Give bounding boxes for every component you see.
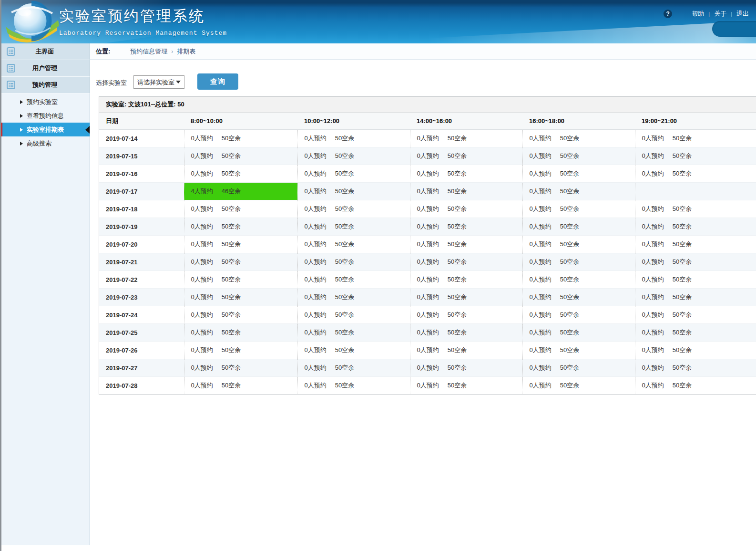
slot-cell[interactable]: 0人预约50空余 — [410, 183, 522, 200]
slot-cell[interactable]: 0人预约50空余 — [635, 147, 756, 165]
sidebar-subitem-advanced-search[interactable]: 高级搜索 — [0, 136, 90, 150]
slot-cell[interactable]: 0人预约50空余 — [522, 377, 635, 395]
slot-cell-highlighted[interactable]: 4人预约46空余 — [184, 183, 297, 200]
slot-cell[interactable]: 0人预约50空余 — [184, 236, 297, 253]
slot-cell[interactable]: 0人预约50空余 — [522, 236, 635, 253]
slot-cell[interactable]: 0人预约50空余 — [522, 165, 635, 183]
reserved-count: 0人预约 — [642, 311, 664, 318]
slot-cell[interactable]: 0人预约50空余 — [635, 130, 756, 147]
slot-cell[interactable]: 0人预约50空余 — [635, 289, 756, 306]
slot-cell[interactable]: 0人预约50空余 — [184, 324, 297, 342]
header-search-pill[interactable] — [712, 21, 756, 37]
slot-cell[interactable]: 0人预约50空余 — [184, 218, 297, 236]
slot-cell[interactable]: 0人预约50空余 — [635, 306, 756, 324]
free-count: 50空余 — [222, 293, 241, 301]
query-button[interactable]: 查询 — [197, 73, 238, 90]
slot-cell[interactable]: 0人预约50空余 — [410, 130, 522, 147]
reserved-count: 0人预约 — [417, 258, 439, 265]
slot-cell[interactable]: 0人预约50空余 — [635, 200, 756, 218]
slot-cell[interactable]: 0人预约50空余 — [297, 324, 410, 342]
slot-cell[interactable]: 0人预约50空余 — [410, 147, 522, 165]
slot-cell[interactable]: 0人预约50空余 — [184, 253, 297, 271]
help-question-icon[interactable]: ? — [664, 10, 672, 18]
slot-cell[interactable]: 0人预约50空余 — [410, 324, 522, 342]
slot-cell[interactable]: 0人预约50空余 — [297, 342, 410, 359]
sidebar-item-users[interactable]: 用户管理 — [0, 60, 90, 77]
sidebar-subitem-view-reservations[interactable]: 查看预约信息 — [0, 109, 90, 123]
slot-cell[interactable]: 0人预约50空余 — [184, 147, 297, 165]
free-count: 50空余 — [673, 258, 692, 265]
slot-cell[interactable]: 0人预约50空余 — [297, 218, 410, 236]
slot-cell[interactable]: 0人预约50空余 — [410, 289, 522, 306]
slot-cell[interactable]: 0人预约50空余 — [297, 271, 410, 289]
slot-cell[interactable]: 0人预约50空余 — [522, 218, 635, 236]
slot-cell[interactable]: 0人预约50空余 — [522, 306, 635, 324]
slot-cell[interactable]: 0人预约50空余 — [410, 377, 522, 395]
slot-cell[interactable]: 0人预约50空余 — [635, 324, 756, 342]
free-count: 46空余 — [222, 187, 241, 195]
slot-cell[interactable]: 0人预约50空余 — [410, 218, 522, 236]
slot-cell[interactable]: 0人预约50空余 — [184, 306, 297, 324]
slot-cell[interactable]: 0人预约50空余 — [184, 377, 297, 395]
slot-cell[interactable]: 0人预约50空余 — [297, 200, 410, 218]
slot-cell[interactable]: 0人预约50空余 — [522, 183, 635, 200]
slot-cell[interactable]: 0人预约50空余 — [522, 147, 635, 165]
slot-cell[interactable]: 0人预约50空余 — [410, 236, 522, 253]
slot-cell[interactable]: 0人预约50空余 — [635, 236, 756, 253]
logout-link[interactable]: 退出 — [732, 10, 753, 18]
reserved-count: 0人预约 — [191, 329, 213, 336]
breadcrumb-current[interactable]: 排期表 — [177, 47, 195, 56]
slot-cell[interactable]: 0人预约50空余 — [635, 377, 756, 395]
slot-cell[interactable]: 0人预约50空余 — [184, 359, 297, 377]
slot-cell[interactable]: 0人预约50空余 — [184, 342, 297, 359]
slot-cell[interactable]: 0人预约50空余 — [297, 147, 410, 165]
slot-cell[interactable]: 0人预约50空余 — [297, 183, 410, 200]
slot-cell[interactable]: 0人预约50空余 — [297, 253, 410, 271]
slot-cell[interactable]: 0人预约50空余 — [410, 306, 522, 324]
slot-cell[interactable]: 0人预约50空余 — [297, 359, 410, 377]
slot-cell[interactable]: 0人预约50空余 — [635, 271, 756, 289]
slot-cell[interactable]: 0人预约50空余 — [522, 271, 635, 289]
help-link[interactable]: 帮助 — [687, 10, 708, 18]
slot-cell[interactable]: 0人预约50空余 — [297, 130, 410, 147]
sidebar-subitem-reserve-lab[interactable]: 预约实验室 — [0, 95, 90, 109]
free-count: 50空余 — [448, 205, 467, 212]
sidebar-item-reservation[interactable]: 预约管理 — [0, 77, 90, 94]
slot-cell[interactable]: 0人预约50空余 — [522, 289, 635, 306]
slot-cell[interactable]: 0人预约50空余 — [522, 253, 635, 271]
slot-cell[interactable]: 0人预约50空余 — [297, 289, 410, 306]
slot-cell[interactable]: 0人预约50空余 — [184, 200, 297, 218]
about-link[interactable]: 关于 — [710, 10, 731, 18]
slot-cell[interactable]: 0人预约50空余 — [184, 130, 297, 147]
slot-cell[interactable]: 0人预约50空余 — [635, 359, 756, 377]
slot-cell[interactable]: 0人预约50空余 — [410, 359, 522, 377]
slot-cell[interactable]: 0人预约50空余 — [522, 130, 635, 147]
slot-cell[interactable]: 0人预约50空余 — [184, 271, 297, 289]
slot-cell[interactable]: 0人预约50空余 — [522, 200, 635, 218]
slot-cell[interactable]: 0人预约50空余 — [522, 324, 635, 342]
slot-cell[interactable]: 0人预约50空余 — [297, 165, 410, 183]
slot-cell[interactable]: 0人预约50空余 — [410, 165, 522, 183]
breadcrumb-section-link[interactable]: 预约信息管理 — [130, 47, 167, 56]
slot-cell[interactable]: 0人预约50空余 — [410, 200, 522, 218]
slot-cell[interactable]: 0人预约50空余 — [297, 236, 410, 253]
slot-cell[interactable]: 0人预约50空余 — [635, 253, 756, 271]
slot-cell[interactable]: 0人预约50空余 — [522, 342, 635, 359]
slot-cell[interactable]: 0人预约50空余 — [297, 377, 410, 395]
slot-cell[interactable]: 0人预约50空余 — [297, 306, 410, 324]
reserved-count: 0人预约 — [417, 382, 439, 389]
slot-cell[interactable]: 0人预约50空余 — [522, 359, 635, 377]
slot-cell[interactable]: 0人预约50空余 — [184, 165, 297, 183]
reserved-count: 0人预约 — [417, 152, 439, 159]
slot-cell[interactable]: 0人预约50空余 — [410, 342, 522, 359]
slot-cell-empty[interactable] — [635, 183, 756, 200]
lab-select[interactable]: 请选择实验室 — [133, 75, 184, 89]
sidebar-subitem-lab-schedule[interactable]: 实验室排期表 — [0, 123, 90, 136]
slot-cell[interactable]: 0人预约50空余 — [635, 342, 756, 359]
slot-cell[interactable]: 0人预约50空余 — [410, 271, 522, 289]
slot-cell[interactable]: 0人预约50空余 — [410, 253, 522, 271]
slot-cell[interactable]: 0人预约50空余 — [635, 165, 756, 183]
sidebar-item-main[interactable]: 主界面 — [0, 43, 90, 60]
slot-cell[interactable]: 0人预约50空余 — [635, 218, 756, 236]
slot-cell[interactable]: 0人预约50空余 — [184, 289, 297, 306]
